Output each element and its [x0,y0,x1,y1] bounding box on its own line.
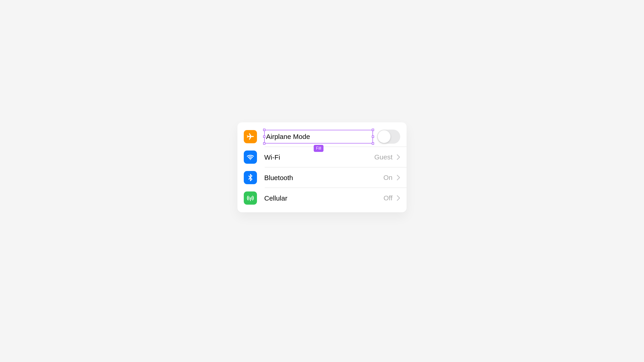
row-label: Airplane Mode [264,133,310,140]
row-label: Wi-Fi [264,154,280,161]
chevron-right-icon [396,195,400,201]
chevron-right-icon [396,175,400,180]
toggle-knob [378,130,390,143]
svg-point-0 [250,159,251,160]
settings-row-cellular[interactable]: Cellular Off [238,188,406,208]
resize-handle-mid-right[interactable] [372,136,374,138]
resize-handle-bottom-left[interactable] [263,142,266,144]
cellular-icon [244,192,257,205]
selected-layer[interactable]: Airplane Mode Fill [264,130,373,144]
row-label: Bluetooth [264,174,293,182]
bluetooth-icon [244,171,257,184]
settings-row-airplane[interactable]: Airplane Mode Fill [238,126,406,147]
wifi-icon [244,150,257,164]
canvas: Airplane Mode Fill [0,0,644,362]
row-detail: Off [384,194,392,202]
row-detail: On [384,174,392,182]
airplane-mode-toggle[interactable] [377,130,400,144]
resize-handle-top-left[interactable] [263,129,266,131]
layout-badge-fill: Fill [314,145,324,152]
settings-row-bluetooth[interactable]: Bluetooth On [238,167,406,188]
resize-handle-top-right[interactable] [372,129,374,131]
row-detail: Guest [374,153,392,161]
chevron-right-icon [396,154,400,160]
row-label: Cellular [264,194,288,202]
airplane-icon [244,130,257,143]
resize-handle-bottom-right[interactable] [372,142,374,144]
settings-panel: Airplane Mode Fill [238,122,406,212]
